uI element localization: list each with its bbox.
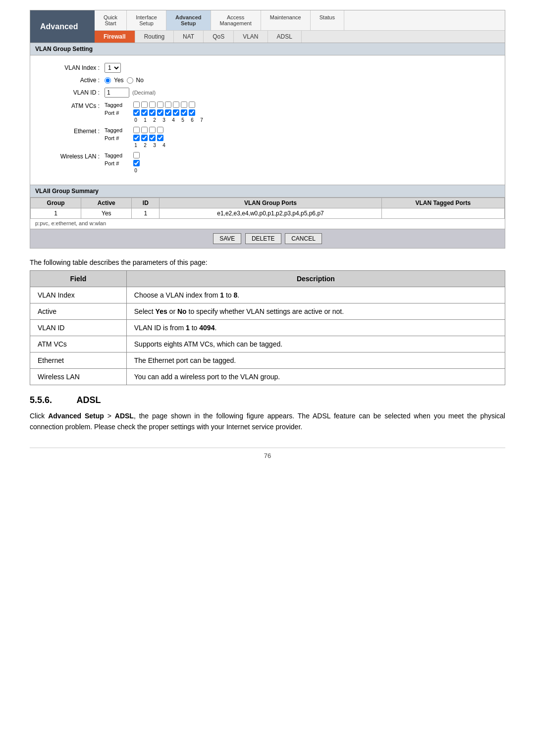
atm-port-cb-4[interactable] (165, 109, 171, 116)
atm-tagged-cb-0[interactable] (133, 101, 140, 108)
nav-firewall[interactable]: Firewall (95, 31, 135, 43)
nav-maintenance[interactable]: Maintenance (261, 10, 311, 30)
desc-desc-wireless-lan: You can add a wireless port to the VLAN … (126, 369, 505, 385)
atm-port-cb-5[interactable] (173, 109, 179, 116)
active-yes-label: Yes (114, 77, 124, 84)
atm-tagged-cb-5[interactable] (173, 101, 179, 108)
vlan-id-row: VLAN ID : (Decimal) (40, 88, 495, 98)
nav-brand: Advanced (30, 10, 95, 43)
delete-button[interactable]: DELETE (245, 233, 281, 244)
atm-vcs-label: ATM VCs : (40, 101, 100, 109)
section-body: Click Advanced Setup > ADSL, the page sh… (30, 410, 505, 433)
atm-tagged-cb-6[interactable] (181, 101, 187, 108)
wlan-tagged-cb-0[interactable] (133, 152, 140, 158)
summary-row-tagged-ports (381, 208, 504, 219)
atm-port-cb-3[interactable] (157, 109, 163, 116)
summary-col-active: Active (81, 198, 132, 208)
desc-field-active: Active (30, 303, 127, 320)
summary-row-id: 1 (132, 208, 160, 219)
desc-desc-atm-vcs: Supports eights ATM VCs, which can be ta… (126, 336, 505, 353)
atm-vcs-row: ATM VCs : Tagged Port # (40, 101, 495, 123)
bold-4094: 4094 (199, 324, 214, 332)
atm-tagged-cb-3[interactable] (157, 101, 163, 108)
summary-col-group: Group (31, 198, 81, 208)
desc-desc-vlan-id: VLAN ID is from 1 to 4094. (126, 320, 505, 336)
nav-vlan[interactable]: VLAN (234, 31, 268, 43)
atm-tagged-cb-4[interactable] (165, 101, 171, 108)
nav-advanced-setup[interactable]: Advanced Setup (166, 10, 211, 30)
section-title: 5.5.6. ADSL (30, 395, 505, 405)
vlan-id-input[interactable] (105, 88, 129, 98)
atm-tagged-row: Tagged (105, 101, 206, 108)
eth-tagged-cb-4[interactable] (157, 127, 163, 133)
summary-col-tagged: VLAN Tagged Ports (381, 198, 504, 208)
nav-adsl[interactable]: ADSL (268, 31, 302, 43)
eth-port-cb-4[interactable] (157, 135, 163, 141)
vlan-id-label: VLAN ID : (40, 89, 100, 96)
atm-port-cb-7[interactable] (189, 109, 195, 116)
wlan-tagged-label: Tagged (105, 152, 132, 158)
eth-port-cb-2[interactable] (141, 135, 148, 141)
wireless-lan-label: Wireless LAN : (40, 152, 100, 160)
table-row: VLAN ID VLAN ID is from 1 to 4094. (30, 320, 505, 336)
desc-col-field: Field (30, 271, 127, 287)
atm-tagged-cb-7[interactable] (189, 101, 195, 108)
table-row: Ethernet The Ethernet port can be tagged… (30, 353, 505, 369)
eth-port-label: Port # (105, 135, 132, 141)
nav-quick-start[interactable]: Quick Start (95, 10, 127, 30)
eth-port-row: Port # (105, 135, 168, 141)
section-heading: ADSL (76, 395, 101, 405)
atm-port-cb-6[interactable] (181, 109, 187, 116)
nav-qos[interactable]: QoS (204, 31, 234, 43)
nav-bottom-menu: Firewall Routing NAT QoS VLAN ADSL (95, 31, 505, 43)
active-yes-radio[interactable] (105, 77, 111, 84)
desc-col-description: Description (126, 271, 505, 287)
save-button[interactable]: SAVE (213, 233, 241, 244)
wlan-port-cb-0[interactable] (133, 160, 140, 166)
eth-port-cb-3[interactable] (149, 135, 156, 141)
summary-row-vlan-ports: e1,e2,e3,e4,w0,p0,p1,p2,p3,p4,p5,p6,p7 (160, 208, 381, 219)
wireless-lan-row: Wireless LAN : Tagged Port # 0 (40, 152, 495, 173)
ethernet-label: Ethernet : (40, 127, 100, 135)
eth-tagged-cb-1[interactable] (133, 127, 140, 133)
eth-tagged-cb-3[interactable] (149, 127, 156, 133)
nav-access-management[interactable]: Access Management (211, 10, 261, 30)
table-row: VLAN Index Choose a VLAN index from 1 to… (30, 287, 505, 303)
vlan-index-select[interactable]: 1234 5678 (105, 63, 121, 73)
nav-interface-setup[interactable]: Interface Setup (127, 10, 166, 30)
atm-port-cb-2[interactable] (149, 109, 156, 116)
vlan-index-row: VLAN Index : 1234 5678 (40, 63, 495, 73)
ethernet-row: Ethernet : Tagged Port # (40, 127, 495, 148)
desc-field-vlan-index: VLAN Index (30, 287, 127, 303)
summary-row-group: 1 (31, 208, 81, 219)
nav-top-menu: Quick Start Interface Setup Advanced Set… (95, 10, 505, 31)
active-no-radio[interactable] (127, 77, 133, 84)
cancel-button[interactable]: CANCEL (285, 233, 322, 244)
nav-status[interactable]: Status (311, 10, 344, 30)
vlan-summary-section: VLAII Group Summary Group Active ID VLAN… (30, 185, 505, 229)
table-row: 1 Yes 1 e1,e2,e3,e4,w0,p0,p1,p2,p3,p4,p5… (31, 208, 505, 219)
wlan-port-label: Port # (105, 160, 132, 166)
nav-nat[interactable]: NAT (174, 31, 204, 43)
atm-port-cb-0[interactable] (133, 109, 140, 116)
vlan-form-area: VLAN Index : 1234 5678 Active : Yes No V… (30, 55, 505, 185)
summary-col-id: ID (132, 198, 160, 208)
desc-desc-active: Select Yes or No to specify whether VLAN… (126, 303, 505, 320)
eth-tagged-cb-2[interactable] (141, 127, 148, 133)
ethernet-grid: Tagged Port # 1 2 3 (105, 127, 168, 148)
eth-port-cb-1[interactable] (133, 135, 140, 141)
nav-routing[interactable]: Routing (135, 31, 174, 43)
atm-tagged-cb-2[interactable] (149, 101, 156, 108)
atm-vcs-grid: Tagged Port # (105, 101, 206, 123)
vlan-index-label: VLAN Index : (40, 64, 100, 71)
bold-no: No (177, 307, 187, 315)
summary-row-active: Yes (81, 208, 132, 219)
bold-1: 1 (220, 291, 224, 299)
atm-port-label: Port # (105, 110, 132, 116)
section-556: 5.5.6. ADSL Click Advanced Setup > ADSL,… (30, 395, 505, 433)
atm-port-row: Port # (105, 109, 206, 116)
atm-port-cb-1[interactable] (141, 109, 148, 116)
atm-port-numbers: 0 1 2 3 4 5 6 7 (132, 117, 206, 123)
navigation: Advanced Quick Start Interface Setup Adv… (30, 10, 505, 43)
atm-tagged-cb-1[interactable] (141, 101, 148, 108)
